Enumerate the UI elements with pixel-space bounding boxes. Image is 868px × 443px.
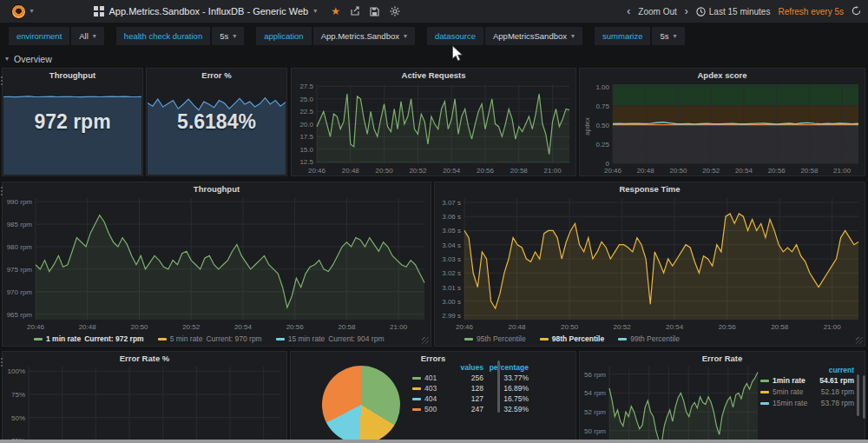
time-range-picker[interactable]: Last 15 minutes	[696, 7, 771, 17]
legend-swatch	[412, 398, 421, 400]
grafana-menu[interactable]: ▾	[0, 4, 45, 19]
svg-text:1.00: 1.00	[595, 83, 609, 91]
legend-item-5min-rate[interactable]: 5 min rate Current: 970 rpm	[158, 334, 262, 343]
row-handle[interactable]	[1, 358, 3, 367]
dashboard-title[interactable]: App.Metrics.Sandbox - InfluxDB - Generic…	[109, 6, 309, 17]
star-button[interactable]: ★	[331, 6, 340, 17]
column-header-percentage: percentage	[483, 363, 529, 372]
legend-item-1min-rate[interactable]: 1 min rate Current: 972 rpm	[34, 334, 144, 343]
settings-gear-icon[interactable]	[390, 6, 400, 17]
panel-response-time: Response Time 20:4620:4820:5020:5220:542…	[434, 182, 865, 347]
var-value-dropdown[interactable]: 5s▾	[652, 27, 684, 45]
legend-item-98th[interactable]: 98th Percentile	[540, 334, 604, 343]
pie-legend-404[interactable]: 404	[412, 394, 452, 403]
panel-title[interactable]: Error %	[147, 70, 286, 80]
svg-text:20:54: 20:54	[443, 167, 461, 175]
chevron-down-icon: ▾	[674, 33, 677, 40]
errorpct-stat-value: 5.6184%	[147, 110, 286, 134]
panel-title[interactable]: Active Requests	[292, 70, 575, 80]
var-value-dropdown[interactable]: AppMetricsSandbox▾	[485, 27, 582, 45]
errors-pie-chart[interactable]	[322, 366, 400, 443]
var-label: summarize	[595, 27, 650, 45]
legend-item-15min-rate[interactable]: 15min rate 53.78 rpm	[760, 399, 854, 407]
pie-value: 256	[452, 374, 483, 382]
legend-swatch	[760, 402, 769, 405]
throughput-graph-chart[interactable]: 20:4620:4820:5020:5220:5420:5620:5821:00…	[4, 194, 429, 331]
row-handle[interactable]	[1, 187, 3, 195]
svg-text:20:56: 20:56	[286, 323, 305, 331]
share-button[interactable]	[350, 6, 360, 17]
error-rate-chart[interactable]: 48 rpm50 rpm52 rpm54 rpm56 rpm	[582, 362, 762, 443]
refresh-interval-button[interactable]: Refresh every 5s	[778, 7, 844, 17]
page-scrollbar[interactable]	[863, 375, 865, 419]
panel-title[interactable]: Error Rate	[580, 354, 865, 363]
panel-title[interactable]: Error Rate %	[3, 354, 286, 363]
svg-text:20:58: 20:58	[338, 323, 356, 331]
save-button[interactable]	[370, 6, 380, 17]
legend-item-95th[interactable]: 95th Percentile	[464, 334, 526, 343]
navbar: ▾ App.Metrics.Sandbox - InfluxDB - Gener…	[0, 0, 868, 23]
row-title[interactable]: Overview	[14, 54, 52, 64]
svg-text:3.07 s: 3.07 s	[442, 199, 461, 207]
refresh-icon[interactable]	[852, 6, 861, 17]
var-label: environment	[9, 27, 69, 45]
svg-text:20:58: 20:58	[800, 167, 819, 175]
apdex-y-axis-label: apdex	[583, 117, 591, 135]
time-range-label: Last 15 minutes	[709, 7, 771, 17]
panel-title[interactable]: Apdex score	[580, 70, 865, 80]
pie-percentage: 16.89%	[483, 384, 529, 393]
panel-apdex: Apdex score apdex 20:4620:4820:5020:5220…	[579, 68, 865, 176]
svg-text:52 rpm: 52 rpm	[584, 408, 606, 416]
svg-text:21:00: 21:00	[833, 167, 852, 175]
var-value-dropdown[interactable]: App.Metrics.Sandbox▾	[313, 27, 415, 45]
panel-resize-handle[interactable]	[856, 337, 863, 344]
svg-text:20:48: 20:48	[342, 167, 360, 175]
var-label: application	[256, 27, 311, 45]
legend-scrollbar[interactable]	[497, 360, 500, 413]
legend-item-5min-rate[interactable]: 5min rate 52.18 rpm	[760, 387, 854, 396]
panel-throughput-graph: Throughput 20:4620:4820:5020:5220:5420:5…	[2, 182, 431, 347]
var-value-dropdown[interactable]: All▾	[71, 27, 104, 45]
svg-text:20:48: 20:48	[508, 323, 526, 331]
chevron-down-icon: ▾	[233, 33, 236, 40]
clock-icon	[696, 7, 706, 17]
panel-title[interactable]: Throughput	[3, 70, 142, 80]
legend-swatch	[760, 380, 769, 382]
var-health-check-duration: health check duration 5s▾	[116, 27, 244, 45]
zoom-out-right-chevron[interactable]: ›	[685, 5, 688, 17]
var-value-dropdown[interactable]: 5s▾	[212, 27, 244, 45]
legend-item-1min-rate[interactable]: 1min rate 54.61 rpm	[760, 376, 854, 385]
mouse-cursor	[451, 45, 464, 63]
panel-title[interactable]: Response Time	[435, 184, 865, 194]
svg-text:3.06 s: 3.06 s	[442, 213, 461, 221]
row-toggle-overview[interactable]: ▾ Overview	[5, 54, 52, 64]
svg-text:25.0: 25.0	[299, 96, 313, 103]
active-requests-chart[interactable]: 20:4620:4820:5020:5220:5420:5620:5821:00…	[293, 80, 574, 175]
svg-text:20.0: 20.0	[299, 121, 313, 129]
svg-text:20:46: 20:46	[27, 323, 45, 331]
response-time-legend: 95th Percentile 98th Percentile 99th Per…	[464, 334, 680, 343]
panel-throughput-stat: Throughput 972 rpm	[2, 68, 143, 176]
legend-swatch	[276, 338, 285, 341]
apdex-chart[interactable]: 20:4620:4820:5020:5220:5420:5620:5821:00…	[587, 80, 863, 175]
legend-item-15min-rate[interactable]: 15 min rate Current: 904 rpm	[276, 334, 385, 343]
error-rate-pct-chart[interactable]: 25%50%75%100%	[4, 362, 285, 443]
panel-resize-handle[interactable]	[422, 337, 429, 344]
svg-text:20:58: 20:58	[771, 323, 789, 331]
pie-legend-403[interactable]: 403	[412, 384, 452, 393]
chevron-down-icon: ▾	[571, 33, 575, 40]
zoom-out-left-chevron[interactable]: ‹	[627, 5, 630, 17]
pie-legend-401[interactable]: 401	[412, 374, 452, 382]
response-time-chart[interactable]: 20:4620:4820:5020:5220:5420:5620:5821:00…	[437, 194, 863, 331]
row-handle[interactable]	[1, 76, 3, 85]
grafana-logo-icon[interactable]	[11, 4, 26, 19]
zoom-out-button[interactable]: Zoom Out	[638, 7, 676, 17]
svg-text:20:52: 20:52	[182, 323, 201, 331]
legend-scrollbar[interactable]	[857, 374, 859, 416]
svg-text:17.5: 17.5	[299, 133, 313, 141]
panel-title[interactable]: Throughput	[3, 184, 431, 194]
panel-title[interactable]: Errors	[291, 354, 575, 363]
pie-legend-500[interactable]: 500	[412, 405, 452, 413]
legend-item-99th[interactable]: 99th Percentile	[618, 334, 680, 343]
dashboard-title-dropdown[interactable]: App.Metrics.Sandbox - InfluxDB - Generic…	[94, 6, 317, 17]
